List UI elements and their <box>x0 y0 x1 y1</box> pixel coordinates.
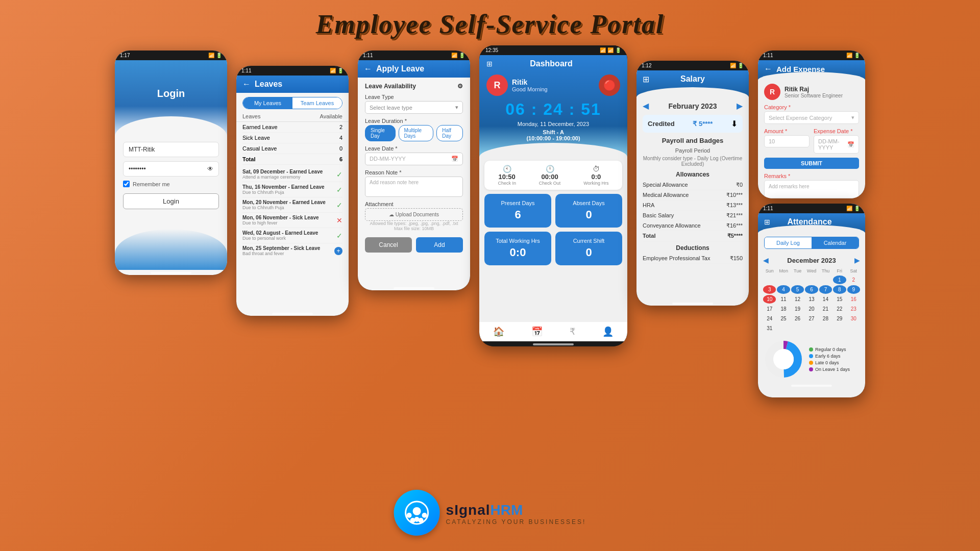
cal-day-24[interactable]: 24 <box>763 314 776 323</box>
tab-team-leaves[interactable]: Team Leaves <box>292 97 342 109</box>
expense-user-info: Ritik Raj Senior Software Engineer <box>785 86 843 98</box>
legend-regular: Regular 0 days <box>809 347 850 352</box>
grid-icon-att[interactable]: ⊞ <box>764 218 770 226</box>
submit-button[interactable]: SUBMIT <box>764 158 859 169</box>
grid-icon-salary[interactable]: ⊞ <box>643 74 649 84</box>
home-nav-icon[interactable]: 🏠 <box>493 326 504 337</box>
password-input[interactable]: •••••••• 👁 <box>123 161 219 177</box>
salary-screen: 1:12 📶 🔋 ⊞ Salary ◀ February 2023 ▶ Cred… <box>636 61 749 306</box>
tab-daily-log[interactable]: Daily Log <box>765 237 812 248</box>
expense-date-input[interactable]: DD-MM-YYYY 📅 <box>814 135 859 154</box>
cal-day-5[interactable]: 5 <box>791 285 804 294</box>
cal-day-18[interactable]: 18 <box>777 305 790 313</box>
eye-icon[interactable]: 👁 <box>207 165 213 172</box>
legend-early: Early 6 days <box>809 354 850 359</box>
cal-day-6[interactable]: 6 <box>805 285 818 294</box>
cal-day-19[interactable]: 19 <box>791 305 804 313</box>
tab-my-leaves[interactable]: My Leaves <box>243 97 292 109</box>
login-button[interactable]: Login <box>123 193 219 209</box>
cal-day-23[interactable]: 23 <box>847 305 860 313</box>
day-header-mon: Mon <box>777 267 790 274</box>
cal-day-12[interactable]: 12 <box>791 295 804 304</box>
cal-day-16[interactable]: 16 <box>847 295 860 304</box>
cal-day-3[interactable]: 3 <box>763 285 776 294</box>
tab-calendar[interactable]: Calendar <box>812 237 859 248</box>
cal-day-22[interactable]: 22 <box>833 305 846 313</box>
cal-grid: Sun Mon Tue Wed Thu Fri Sat 1 <box>763 267 860 333</box>
back-arrow-expense[interactable]: ← <box>764 64 772 73</box>
cancel-button[interactable]: Cancel <box>365 237 412 253</box>
cal-day-20[interactable]: 20 <box>805 305 818 313</box>
fingerprint-button[interactable]: 🔴 <box>599 74 620 96</box>
next-month-btn[interactable]: ▶ <box>737 101 743 111</box>
cal-day-29[interactable]: 29 <box>833 314 846 323</box>
rupee-nav-icon[interactable]: ₹ <box>570 326 575 337</box>
cal-day-31[interactable]: 31 <box>763 324 776 333</box>
pill-single-day[interactable]: Single Day <box>365 125 396 141</box>
grid-icon[interactable]: ⊞ <box>486 60 493 68</box>
remarks-textarea[interactable]: Add remarks here <box>764 180 859 198</box>
late-dot <box>809 361 813 365</box>
amount-field: Amount * 10 <box>764 128 810 154</box>
cal-day-8[interactable]: 8 <box>833 285 846 294</box>
back-arrow-leaves[interactable]: ← <box>242 80 251 89</box>
calendar-icon-expense: 📅 <box>847 141 854 148</box>
total-working-card: Total Working Hrs 0:0 <box>484 232 551 265</box>
apply-leave-header: ← Apply Leave <box>358 60 470 78</box>
amount-input[interactable]: 10 <box>764 135 810 147</box>
pill-multiple-days[interactable]: Multiple Days <box>399 125 434 141</box>
pill-half-day[interactable]: Half Day <box>436 125 463 141</box>
reason-label: Reason Note * <box>365 169 463 176</box>
calendar-nav-icon[interactable]: 📅 <box>531 326 543 337</box>
cal-day-1[interactable]: 1 <box>833 276 846 284</box>
upload-area[interactable]: ☁ Upload Documents <box>365 208 463 221</box>
cal-day-14[interactable]: 14 <box>819 295 832 304</box>
username-input[interactable]: MTT-Ritik <box>123 142 219 157</box>
cal-day-9[interactable]: 9 <box>847 285 860 294</box>
cal-day-4[interactable]: 4 <box>777 285 790 294</box>
file-hint: Allowed file types: .jpeg, .jpg, .png, .… <box>365 221 463 231</box>
leave-add-btn[interactable]: + <box>334 247 342 255</box>
category-select[interactable]: Select Expense Category ▾ <box>764 111 859 124</box>
cal-day-10[interactable]: 10 <box>763 295 776 304</box>
cal-empty-5 <box>819 276 832 284</box>
prev-month-btn[interactable]: ◀ <box>643 101 649 111</box>
credited-label: Credited <box>648 120 675 128</box>
cal-day-27[interactable]: 27 <box>805 314 818 323</box>
cal-day-11[interactable]: 11 <box>777 295 790 304</box>
add-expense-screen: 1:11 📶 🔋 ← Add Expense R <box>758 51 865 198</box>
cal-day-15[interactable]: 15 <box>833 295 846 304</box>
expense-header: ← Add Expense <box>758 60 865 80</box>
checkin-item: 🕙 10:50 Check In <box>498 165 516 186</box>
cal-day-25[interactable]: 25 <box>777 314 790 323</box>
current-shift-value: 0 <box>560 246 617 259</box>
leave-status-approved: ✓ <box>336 170 342 179</box>
day-header-sat: Sat <box>847 267 860 274</box>
status-bar-1: 1:17 📶 🔋 <box>115 51 227 60</box>
back-arrow-apply[interactable]: ← <box>364 64 372 73</box>
cal-day-7[interactable]: 7 <box>819 285 832 294</box>
next-cal-btn[interactable]: ▶ <box>854 256 860 264</box>
download-icon[interactable]: ⬇ <box>731 119 738 129</box>
cal-day-30[interactable]: 30 <box>847 314 860 323</box>
prev-cal-btn[interactable]: ◀ <box>763 256 769 264</box>
cal-day-2[interactable]: 2 <box>847 276 860 284</box>
add-button[interactable]: Add <box>416 237 463 253</box>
leave-status-2: ✓ <box>336 186 342 194</box>
reason-textarea[interactable]: Add reason note here <box>365 177 463 197</box>
settings-icon[interactable]: ⚙ <box>457 83 463 90</box>
cal-day-17[interactable]: 17 <box>763 305 776 313</box>
status-time-apply: 1:11 <box>363 53 373 58</box>
leave-date-input[interactable]: DD-MM-YYYY 📅 <box>365 153 463 165</box>
cal-day-28[interactable]: 28 <box>819 314 832 323</box>
leave-availability-title: Leave Availability ⚙ <box>365 83 463 90</box>
remember-checkbox[interactable] <box>123 181 130 187</box>
cal-day-13[interactable]: 13 <box>805 295 818 304</box>
logo-tagline: CATALYZING YOUR BUSINESSES! <box>446 518 586 525</box>
dash-header: ⊞ Dashboard R Ritik Good Morning 🔴 <box>479 55 627 157</box>
profile-nav-icon[interactable]: 👤 <box>602 326 614 337</box>
status-time-expense: 1:11 <box>763 53 773 58</box>
cal-day-21[interactable]: 21 <box>819 305 832 313</box>
cal-day-26[interactable]: 26 <box>791 314 804 323</box>
leave-type-select[interactable]: Select leave type ▾ <box>365 101 463 114</box>
